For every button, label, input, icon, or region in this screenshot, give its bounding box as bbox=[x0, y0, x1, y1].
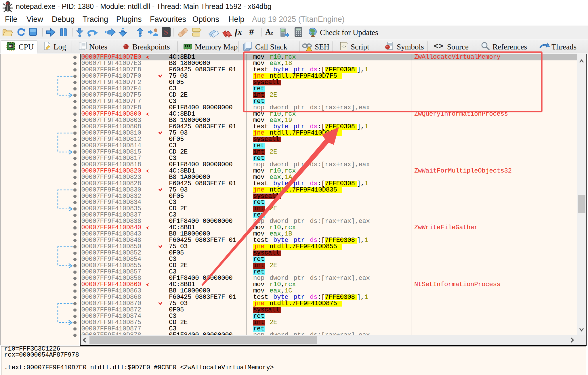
svg-text:!: ! bbox=[308, 47, 310, 51]
svg-text:64: 64 bbox=[6, 2, 9, 5]
svg-text:S: S bbox=[164, 28, 168, 36]
svg-text:<>: <> bbox=[341, 45, 346, 49]
svg-text:64: 64 bbox=[9, 45, 13, 48]
